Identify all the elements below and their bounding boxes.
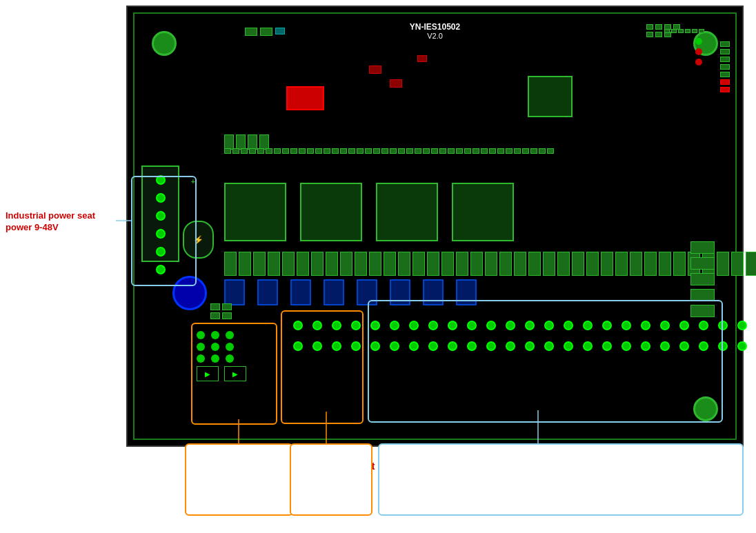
red-comp-2 [390,79,402,88]
red-comp-3 [417,55,427,62]
smd-long-row [224,148,554,154]
pcb-title: YN-IES10502 V2.0 [410,22,460,40]
corner-mount-br [693,396,718,421]
power-voltage: power 9-48V [6,222,119,234]
connector-row [224,252,756,276]
smd-row-middle [224,134,269,150]
tr-green-dots [695,38,702,66]
net-indicator-pads: ▶ ▶ [197,331,246,381]
ic-row [224,183,514,241]
top-right-row [664,29,704,33]
net-1x1-label-box [290,443,372,516]
right-connectors [690,241,715,317]
top-comp-row1 [245,28,285,36]
red-comp-1 [369,66,381,74]
right-connector-strip [720,41,730,92]
net-1x4-label-box [378,443,744,516]
small-comps-mid [210,303,232,319]
power-label: Industrial power seat [6,210,119,222]
large-red-comp [286,86,324,110]
blue-connector-row [224,279,477,305]
via-dots-lower [293,321,747,330]
net-indicator-label-box [185,443,293,516]
net-1x4-annotation-box [368,300,723,423]
via-dots-lower2 [293,341,747,351]
power-annotation-text: Industrial power seat power 9-48V [6,210,119,234]
corner-mount-tl [152,31,177,56]
pcb-board: YN-IES10502 V2.0 [126,6,744,447]
ic-chip-main [528,76,573,117]
power-callout-box [131,176,197,286]
